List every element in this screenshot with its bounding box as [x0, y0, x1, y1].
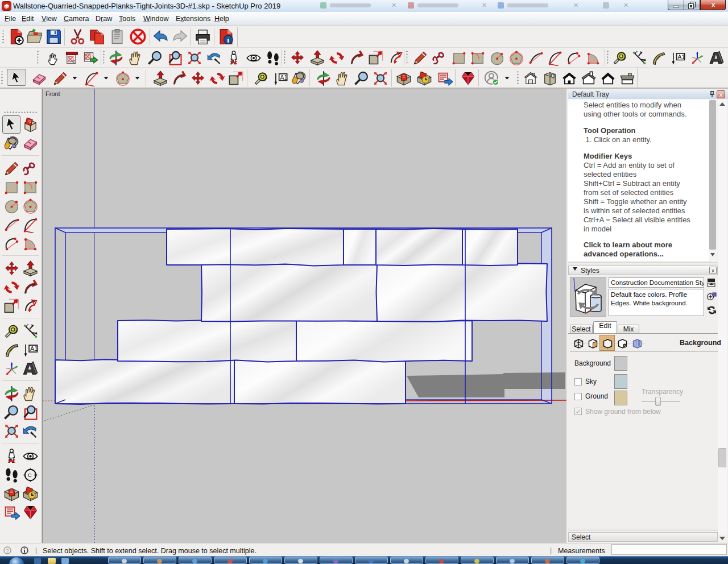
svg-text:?: ? — [6, 548, 9, 554]
svg-text:Front: Front — [46, 90, 60, 97]
